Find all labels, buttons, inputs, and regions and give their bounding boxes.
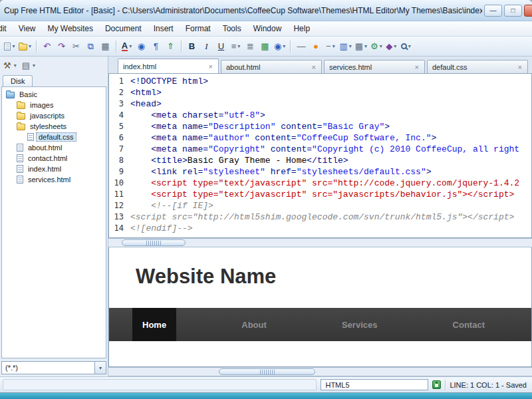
underline-icon[interactable]: U — [214, 39, 228, 54]
tab-about-html[interactable]: about.html× — [221, 60, 322, 73]
paste-icon[interactable]: ▦ — [98, 39, 112, 54]
close-tab-icon[interactable]: × — [208, 63, 213, 70]
dropdown-arrow-icon[interactable]: ▾ — [394, 43, 396, 49]
bullet-orange-glyph: ● — [313, 42, 319, 51]
copy-icon[interactable]: ⧉ — [84, 39, 98, 54]
code-text: > — [260, 110, 265, 120]
menu-insert[interactable]: Insert — [148, 22, 180, 35]
preview-nav-about[interactable]: About — [231, 308, 277, 341]
menu-window[interactable]: Window — [247, 22, 288, 35]
minimize-button[interactable]: — — [484, 5, 502, 17]
zoom-icon[interactable]: ▾ — [399, 39, 413, 54]
dropdown-arrow-icon[interactable]: ▾ — [129, 43, 132, 49]
close-button[interactable] — [524, 5, 532, 17]
table-green-icon[interactable]: ▦ — [258, 39, 272, 54]
tree-item-contact-html[interactable]: contact.html — [2, 153, 106, 164]
list-icon[interactable]: ≣ — [243, 39, 257, 54]
dropdown-arrow-icon[interactable]: ▾ — [237, 43, 240, 49]
close-tab-icon[interactable]: × — [311, 63, 317, 71]
undo-icon[interactable]: ↶ — [40, 39, 54, 54]
dropdown-arrow-icon[interactable]: ▾ — [408, 43, 411, 49]
globe-link-icon[interactable]: ◉▾ — [273, 39, 287, 54]
tree-item-default-css[interactable]: default.css — [2, 132, 106, 142]
menu-my-websites[interactable]: My Websites — [41, 22, 98, 35]
copy-glyph: ⧉ — [88, 42, 94, 51]
code-text: <!DOCTYPE html> — [130, 76, 208, 86]
zoom-out-icon[interactable]: −▾ — [323, 39, 337, 54]
hr-icon[interactable]: — — [294, 39, 308, 54]
file-filter-dropdown-icon[interactable]: ▾ — [95, 361, 106, 374]
tab-services-html[interactable]: services.html× — [324, 60, 425, 73]
new-document-icon[interactable]: ▾ — [3, 39, 17, 54]
scrollbar-thumb[interactable] — [219, 368, 315, 375]
tree-item-javascripts[interactable]: javascripts — [2, 110, 106, 121]
tree-item-label: services.html — [26, 176, 72, 184]
dropdown-arrow-icon[interactable]: ▾ — [349, 43, 352, 49]
tab-index-html[interactable]: index.html× — [118, 59, 219, 73]
close-tab-icon[interactable]: × — [517, 63, 523, 71]
preview-nav-home[interactable]: Home — [132, 308, 176, 341]
tab-default-css[interactable]: default.css× — [427, 60, 528, 73]
preview-nav-services[interactable]: Services — [332, 308, 388, 341]
tree-item-about-html[interactable]: about.html — [2, 142, 106, 153]
theme-icon[interactable]: ◆▾ — [384, 39, 398, 54]
editor-column: index.html× about.html× services.html× d… — [108, 57, 532, 376]
cut-icon[interactable]: ✂ — [69, 39, 83, 54]
dropdown-arrow-icon[interactable]: ▾ — [33, 63, 35, 68]
align-icon[interactable]: ≡▾ — [229, 39, 243, 54]
bullet-orange-icon[interactable]: ● — [309, 39, 323, 54]
file-filter-select[interactable]: (*.*) — [1, 361, 95, 374]
code-text: "Copyright (c) 2010 CoffeeCup, all right — [312, 144, 519, 154]
dropdown-arrow-icon[interactable]: ▾ — [380, 43, 382, 49]
menu-tools[interactable]: Tools — [217, 22, 247, 35]
close-tab-icon[interactable]: × — [414, 63, 420, 71]
italic-icon[interactable]: I — [200, 39, 213, 54]
doctype-field[interactable]: HTML5 — [321, 379, 428, 390]
panels-icon[interactable]: ▤▾ — [22, 61, 35, 70]
status-message-area — [3, 379, 317, 390]
code-text: <meta charset= — [130, 110, 223, 120]
redo-icon[interactable]: ↷ — [55, 39, 68, 54]
code-editor[interactable]: 1<!DOCTYPE html> 2<html> 3<head> 4 <meta… — [108, 73, 532, 238]
menu-document[interactable]: Document — [99, 22, 148, 35]
columns-icon[interactable]: ▥▾ — [338, 39, 352, 54]
menu-view[interactable]: View — [13, 22, 42, 35]
title-bar[interactable]: Cup Free HTML Editor - [Basic] - C:\User… — [0, 0, 532, 21]
pilcrow-icon[interactable]: ¶ — [149, 39, 163, 54]
tree-item-stylesheets[interactable]: stylesheets — [2, 121, 106, 132]
scrollbar-thumb[interactable] — [122, 239, 186, 246]
menu-edit[interactable]: Edit — [0, 22, 13, 35]
preview-nav-contact[interactable]: Contact — [443, 308, 495, 341]
menu-help[interactable]: Help — [287, 22, 316, 35]
dropdown-arrow-icon[interactable]: ▾ — [12, 43, 15, 49]
tab-disk[interactable]: Disk — [3, 75, 33, 86]
globe-icon[interactable]: ◉ — [134, 39, 148, 54]
dropdown-arrow-icon[interactable]: ▾ — [364, 43, 367, 49]
tree-item-images[interactable]: images — [2, 100, 106, 110]
dropdown-arrow-icon[interactable]: ▾ — [14, 63, 17, 68]
preview-pane[interactable]: Website Name Home About Services Contact — [108, 247, 532, 367]
tools-icon[interactable]: ⚒▾ — [3, 61, 17, 70]
tab-label: services.html — [329, 63, 414, 71]
maximize-button[interactable]: □ — [504, 5, 522, 17]
code-line: 2<html> — [109, 87, 531, 98]
dropdown-arrow-icon[interactable]: ▾ — [332, 43, 335, 49]
gear-icon[interactable]: ⚙▾ — [369, 39, 384, 54]
preview-horizontal-scrollbar[interactable] — [108, 367, 532, 376]
insert-table-icon[interactable]: ▦▾ — [354, 39, 368, 54]
dropdown-arrow-icon[interactable]: ▾ — [29, 43, 31, 49]
file-tree[interactable]: Basic images javascripts stylesheets def… — [1, 86, 106, 358]
tree-item-index-html[interactable]: index.html — [2, 164, 106, 174]
dropdown-arrow-icon[interactable]: ▾ — [283, 43, 285, 49]
file-icon — [17, 154, 23, 162]
tree-item-basic[interactable]: Basic — [2, 89, 106, 100]
menu-format[interactable]: Format — [180, 22, 217, 35]
font-color-icon[interactable]: A▾ — [120, 39, 134, 54]
bold-icon[interactable]: B — [185, 39, 199, 54]
open-folder-icon[interactable]: ▾ — [17, 39, 33, 54]
tree-item-services-html[interactable]: services.html — [2, 174, 106, 185]
tree-item-label: stylesheets — [28, 122, 68, 130]
toolbar-separator — [290, 41, 291, 53]
publish-icon[interactable]: ⇑ — [164, 39, 178, 54]
code-horizontal-scrollbar[interactable] — [108, 238, 532, 247]
